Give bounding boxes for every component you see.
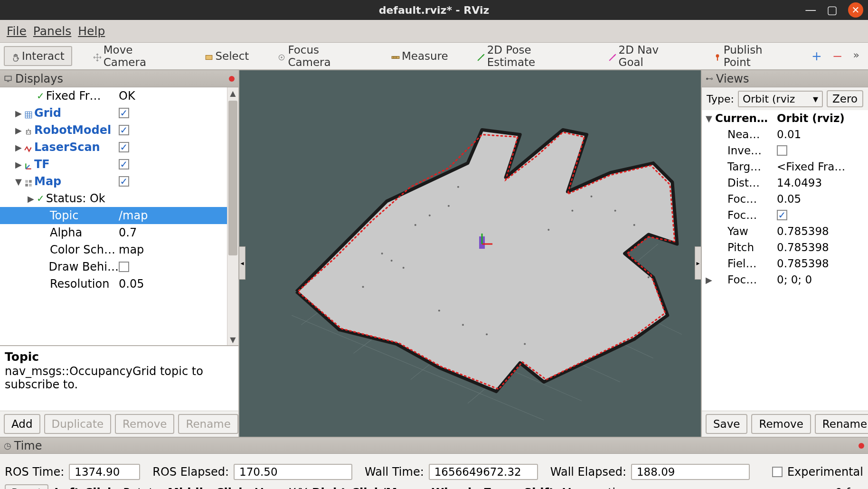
checkbox[interactable] — [777, 210, 787, 220]
display-row[interactable]: ✓Fixed Fr…OK — [0, 87, 238, 104]
views-remove-button[interactable]: Remove — [751, 414, 811, 434]
ros-time-label: ROS Time: — [5, 465, 64, 479]
view-row[interactable]: Fiel…0.785398 — [702, 255, 868, 272]
svg-rect-24 — [25, 184, 28, 187]
display-row[interactable]: ▶RobotModel — [0, 122, 238, 139]
svg-point-37 — [381, 253, 383, 254]
checkbox[interactable] — [119, 142, 129, 152]
view-row[interactable]: Foc…0.05 — [702, 191, 868, 207]
views-tree: ▼Curren…Orbit (rviz)Nea…0.01Inve…Targ…<F… — [702, 110, 868, 411]
view-row[interactable]: Dist…14.0493 — [702, 175, 868, 191]
rename-button[interactable]: Rename — [178, 414, 238, 434]
expander-icon[interactable]: ▶ — [14, 108, 23, 118]
view-row[interactable]: ▼Curren…Orbit (rviz) — [702, 110, 868, 126]
display-row[interactable]: ▼Map — [0, 173, 238, 190]
3d-viewport[interactable]: ◂ ▸ — [239, 70, 701, 437]
view-row[interactable]: Foc… — [702, 207, 868, 223]
view-row[interactable]: Targ…<Fixed Fra… — [702, 159, 868, 175]
remove-button[interactable]: Remove — [115, 414, 174, 434]
scroll-down-icon[interactable]: ▼ — [227, 334, 238, 345]
plus-icon[interactable]: + — [811, 49, 822, 63]
view-row[interactable]: Nea…0.01 — [702, 126, 868, 142]
tool-interact[interactable]: Interact — [4, 46, 72, 66]
tool-move-camera[interactable]: Move Camera — [85, 40, 184, 72]
grid-icon — [24, 109, 33, 117]
svg-point-51 — [415, 224, 416, 226]
check-icon: ✓ — [37, 90, 45, 102]
minus-icon[interactable]: − — [832, 49, 843, 63]
checkbox[interactable] — [119, 125, 129, 135]
views-header[interactable]: ⊷ Views — [702, 70, 868, 87]
display-row[interactable]: Alpha0.7 — [0, 224, 238, 241]
display-row[interactable]: ▶LaserScan — [0, 139, 238, 156]
arrow-green-icon — [477, 52, 485, 60]
checkbox[interactable] — [777, 145, 787, 156]
expander-icon[interactable]: ▼ — [705, 113, 713, 123]
experimental-checkbox[interactable] — [772, 467, 783, 477]
svg-point-11 — [716, 54, 719, 57]
checkbox[interactable] — [119, 176, 129, 187]
tool-pose-estimate[interactable]: 2D Pose Estimate — [469, 40, 587, 72]
tool-select[interactable]: Select — [197, 46, 256, 66]
displays-header[interactable]: Displays — [0, 70, 238, 87]
view-row[interactable]: Pitch0.785398 — [702, 239, 868, 255]
wall-elapsed-field[interactable] — [631, 464, 750, 480]
splitter-left[interactable]: ◂ — [239, 246, 245, 280]
views-rename-button[interactable]: Rename — [815, 414, 868, 434]
view-row[interactable]: Yaw0.785398 — [702, 223, 868, 239]
menu-file[interactable]: File — [7, 24, 27, 38]
view-row[interactable]: Inve… — [702, 142, 868, 159]
add-button[interactable]: Add — [4, 414, 40, 434]
display-row[interactable]: Draw Behi… — [0, 258, 238, 275]
display-row[interactable]: ▶Grid — [0, 104, 238, 122]
display-row[interactable]: ▶✓Status: Ok — [0, 190, 238, 207]
maximize-icon[interactable]: ▢ — [827, 3, 838, 17]
time-header[interactable]: ◷ Time — [0, 438, 868, 454]
titlebar: default.rviz* - RViz — ▢ ✕ — [0, 0, 868, 20]
expander-icon[interactable]: ▶ — [14, 160, 23, 169]
scroll-up-icon[interactable]: ▲ — [227, 87, 238, 99]
tool-nav-goal[interactable]: 2D Nav Goal — [601, 40, 692, 72]
scroll-thumb[interactable] — [228, 101, 237, 255]
description-body: nav_msgs::OccupancyGrid topic to subscri… — [5, 365, 234, 391]
minimize-icon[interactable]: — — [805, 3, 816, 17]
ros-elapsed-field[interactable] — [234, 464, 352, 480]
svg-rect-13 — [5, 76, 11, 80]
checkbox[interactable] — [119, 108, 129, 118]
tool-publish-point[interactable]: Publish Point — [706, 40, 798, 72]
close-icon[interactable]: ✕ — [848, 2, 863, 18]
tool-focus-camera[interactable]: Focus Camera — [270, 40, 370, 72]
display-row[interactable]: Color Sch…map — [0, 241, 238, 258]
checkbox[interactable] — [119, 159, 129, 169]
display-row[interactable]: Resolution0.05 — [0, 275, 238, 292]
wall-time-field[interactable] — [429, 464, 538, 480]
view-row[interactable]: ▶Foc…0; 0; 0 — [702, 272, 868, 288]
reset-button[interactable]: Reset — [5, 484, 48, 489]
display-label: Color Sch… — [50, 243, 115, 256]
scrollbar[interactable]: ▲ ▼ — [227, 87, 238, 345]
menu-panels[interactable]: Panels — [33, 24, 71, 38]
expander-icon[interactable]: ▶ — [705, 275, 713, 285]
expander-icon[interactable]: ▶ — [14, 142, 23, 152]
check-icon: ✓ — [37, 193, 45, 204]
panel-close-icon[interactable] — [859, 443, 864, 449]
panel-close-icon[interactable] — [229, 76, 235, 82]
menu-help[interactable]: Help — [78, 24, 105, 38]
expander-icon[interactable]: ▼ — [14, 177, 23, 187]
expander-icon[interactable]: ▶ — [27, 194, 35, 204]
views-type-dropdown[interactable]: Orbit (rviz ▾ — [738, 91, 823, 107]
overflow-icon[interactable]: » — [853, 49, 859, 63]
content: Displays ✓Fixed Fr…OK▶Grid▶RobotModel▶La… — [0, 70, 868, 437]
display-row[interactable]: Topic/map — [0, 207, 238, 224]
splitter-right[interactable]: ▸ — [695, 246, 701, 280]
display-row[interactable]: ▶TF — [0, 156, 238, 173]
duplicate-button[interactable]: Duplicate — [44, 414, 112, 434]
views-save-button[interactable]: Save — [706, 414, 747, 434]
checkbox[interactable] — [119, 262, 129, 272]
expander-icon[interactable]: ▶ — [14, 125, 23, 135]
displays-buttons: AddDuplicateRemoveRename — [0, 411, 238, 437]
tool-measure[interactable]: Measure — [384, 46, 456, 66]
ros-time-field[interactable] — [69, 464, 140, 480]
svg-point-39 — [403, 267, 405, 269]
zero-button[interactable]: Zero — [827, 90, 863, 107]
